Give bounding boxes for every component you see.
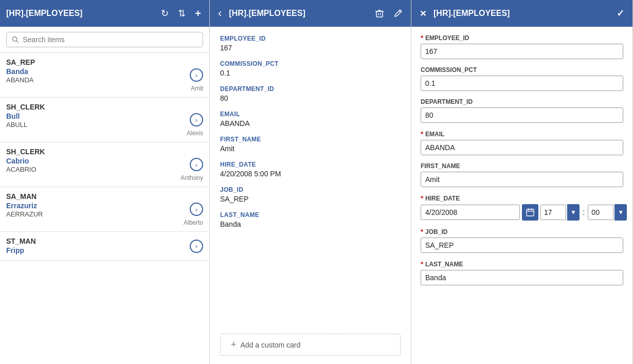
- form-field-first-name: FIRST_NAME: [421, 162, 623, 187]
- detail-field: EMAIL ABANDA: [220, 111, 401, 128]
- list-item-last-name: Cabrio: [6, 157, 203, 165]
- list-item[interactable]: SH_CLERK Bull ABULL Alexis ›: [0, 98, 209, 142]
- list-item-arrow[interactable]: ›: [190, 203, 203, 216]
- detail-value: SA_REP: [220, 195, 401, 203]
- delete-icon[interactable]: [373, 7, 386, 20]
- search-container: [0, 27, 209, 53]
- svg-line-7: [399, 11, 401, 12]
- close-icon[interactable]: ✕: [418, 7, 428, 21]
- input-department-id[interactable]: [421, 107, 623, 123]
- detail-field: DEPARTMENT_ID 80: [220, 85, 401, 102]
- form-label-commission-pct: COMMISSION_PCT: [421, 66, 623, 74]
- list-item-arrow[interactable]: ›: [190, 113, 203, 126]
- form-field-department-id: DEPARTMENT_ID: [421, 98, 623, 123]
- list-item[interactable]: ST_MAN Fripp ›: [0, 232, 209, 261]
- refresh-icon[interactable]: ↻: [159, 6, 171, 21]
- list-item-code: ABANDA: [6, 76, 203, 84]
- right-panel-title: [HR].[EMPLOYEES]: [433, 9, 609, 18]
- date-input-hire-date[interactable]: [421, 205, 520, 220]
- left-panel-header: [HR].[EMPLOYEES] ↻ ⇅ +: [0, 0, 209, 27]
- form-label-first-name: FIRST_NAME: [421, 162, 623, 170]
- detail-field: LAST_NAME Banda: [220, 211, 401, 228]
- list-item-arrow[interactable]: ›: [190, 240, 203, 253]
- required-star: *: [421, 34, 423, 42]
- confirm-icon[interactable]: ✓: [614, 6, 626, 21]
- detail-field: FIRST_NAME Amit: [220, 136, 401, 153]
- time-colon: :: [582, 208, 586, 217]
- add-custom-card-button[interactable]: + Add a custom card: [220, 334, 401, 356]
- list-item-first-name: Amit: [6, 85, 203, 92]
- list-item-code: ACABRIO: [6, 166, 203, 173]
- svg-rect-2: [376, 11, 383, 17]
- list-item-arrow[interactable]: ›: [190, 158, 203, 171]
- time-minute-wrapper: ▼: [588, 204, 627, 221]
- list-item-job: SH_CLERK: [6, 103, 203, 111]
- list-item-first-name: Anthony: [6, 174, 203, 181]
- detail-value: Banda: [220, 220, 401, 228]
- detail-value: 0.1: [220, 69, 401, 77]
- svg-rect-8: [527, 209, 534, 216]
- detail-label: HIRE_DATE: [220, 161, 401, 168]
- detail-label: EMPLOYEE_ID: [220, 35, 401, 42]
- list-container: SA_REP Banda ABANDA Amit › SH_CLERK Bull…: [0, 53, 209, 364]
- form-field-last-name: * LAST_NAME: [421, 260, 623, 285]
- middle-panel-header: ‹ [HR].[EMPLOYEES]: [210, 0, 411, 27]
- list-item[interactable]: SH_CLERK Cabrio ACABRIO Anthony ›: [0, 142, 209, 187]
- form-label-last-name: * LAST_NAME: [421, 260, 623, 268]
- required-star: *: [421, 260, 423, 268]
- detail-label: FIRST_NAME: [220, 136, 401, 143]
- detail-label: JOB_ID: [220, 186, 401, 193]
- calendar-button[interactable]: [522, 204, 538, 221]
- edit-icon[interactable]: [391, 7, 405, 20]
- input-job-id[interactable]: [421, 238, 623, 253]
- time-hour-dropdown-button[interactable]: ▼: [567, 204, 580, 221]
- input-commission-pct[interactable]: [421, 76, 623, 91]
- detail-label: LAST_NAME: [220, 211, 401, 219]
- input-last-name[interactable]: [421, 270, 623, 285]
- list-item-job: SA_REP: [6, 58, 203, 66]
- form-field-job-id: * JOB_ID: [421, 228, 623, 253]
- detail-value: 80: [220, 94, 401, 102]
- input-employee-id[interactable]: [421, 44, 623, 59]
- required-star: *: [421, 194, 423, 202]
- time-hour-input[interactable]: [540, 205, 566, 220]
- list-item-last-name: Errazuriz: [6, 202, 203, 210]
- form-label-department-id: DEPARTMENT_ID: [421, 98, 623, 105]
- sort-icon[interactable]: ⇅: [176, 6, 188, 21]
- form-field-email: * EMAIL: [421, 130, 623, 155]
- list-item-arrow[interactable]: ›: [190, 68, 203, 82]
- detail-field: JOB_ID SA_REP: [220, 186, 401, 203]
- time-minute-dropdown-button[interactable]: ▼: [614, 204, 627, 221]
- add-custom-card-label: Add a custom card: [241, 341, 301, 349]
- add-icon[interactable]: +: [193, 6, 203, 22]
- required-star: *: [421, 228, 423, 235]
- left-panel: [HR].[EMPLOYEES] ↻ ⇅ + SA_REP Banda ABAN…: [0, 0, 210, 364]
- list-item-code: ABULL: [6, 121, 203, 129]
- list-item[interactable]: SA_MAN Errazuriz AERRAZUR Alberto ›: [0, 187, 209, 232]
- form-field-commission-pct: COMMISSION_PCT: [421, 66, 623, 91]
- input-first-name[interactable]: [421, 172, 623, 187]
- form-container: * EMPLOYEE_ID COMMISSION_PCT DEPARTMENT_…: [411, 27, 632, 364]
- svg-point-0: [12, 37, 16, 41]
- time-minute-input[interactable]: [588, 205, 613, 220]
- list-item-job: SH_CLERK: [6, 148, 203, 156]
- detail-value: 167: [220, 44, 401, 52]
- list-item-last-name: Fripp: [6, 246, 203, 254]
- detail-label: DEPARTMENT_ID: [220, 85, 401, 93]
- list-item-first-name: Alberto: [6, 219, 203, 226]
- required-star: *: [421, 130, 423, 138]
- search-wrapper: [6, 32, 203, 47]
- left-panel-title: [HR].[EMPLOYEES]: [6, 9, 154, 18]
- list-item[interactable]: SA_REP Banda ABANDA Amit ›: [0, 53, 209, 98]
- form-field-hire-date: * HIRE_DATE ▼ :: [421, 194, 623, 221]
- svg-line-1: [16, 41, 18, 42]
- list-item-code: AERRAZUR: [6, 210, 203, 218]
- search-icon: [12, 36, 19, 43]
- input-email[interactable]: [421, 140, 623, 155]
- back-icon[interactable]: ‹: [216, 5, 224, 22]
- list-item-first-name: Alexis: [6, 130, 203, 137]
- search-input[interactable]: [23, 35, 197, 44]
- list-item-job: SA_MAN: [6, 192, 203, 201]
- detail-field: EMPLOYEE_ID 167: [220, 35, 401, 52]
- form-label-hire-date: * HIRE_DATE: [421, 194, 623, 202]
